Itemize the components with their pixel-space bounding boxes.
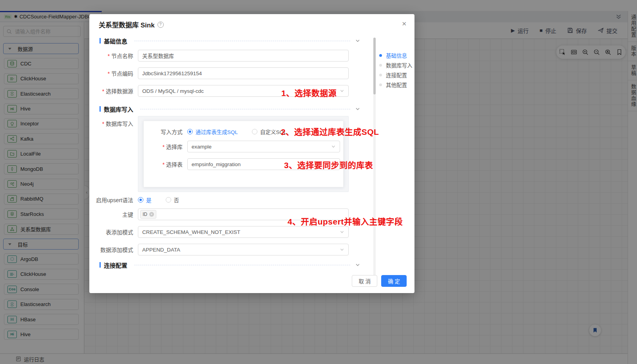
anchor-nav: 基础信息 数据库写入 连接配置 其他配置: [379, 51, 415, 91]
chevron-down-icon[interactable]: [355, 38, 360, 43]
anchor-dot: [379, 74, 382, 76]
annotation-step3: 3、选择要同步到的库表: [284, 159, 373, 170]
annotation-step1: 1、选择数据源: [281, 87, 337, 98]
field-data-add-mode: 数据添加模式 APPEND_DATA: [89, 244, 360, 255]
ok-button[interactable]: 确 定: [381, 275, 407, 287]
node-code-input[interactable]: JdbcSink1729561259154: [138, 67, 349, 79]
field-upsert: 启用upsert语法 是 否: [89, 194, 360, 206]
field-node-name: 节点名称 关系型数据库: [89, 50, 360, 62]
annotation-step2: 2、选择通过库表生成SQL: [281, 125, 379, 137]
anchor-connection[interactable]: 连接配置: [379, 71, 415, 79]
chevron-down-icon: [340, 89, 344, 93]
chevron-down-icon: [331, 144, 336, 149]
chevron-down-icon[interactable]: [355, 262, 360, 268]
annotation-step4: 4、开启upsert并输入主键字段: [288, 215, 403, 227]
section-connection: 连接配置: [100, 261, 360, 269]
modal-scrollbar-thumb[interactable]: [373, 38, 376, 94]
radio-generate-sql[interactable]: [187, 129, 193, 134]
field-table-add-mode: 表添加模式 CREATE_SCHEMA_WHEN_NOT_EXIST: [89, 226, 360, 238]
remove-tag-icon[interactable]: ×: [149, 212, 154, 217]
database-select[interactable]: example: [187, 141, 340, 152]
anchor-other[interactable]: 其他配置: [379, 81, 415, 89]
chevron-down-icon: [340, 230, 344, 234]
field-write-mode: 写入方式 通过库表生成SQL 自定义SQL: [150, 126, 287, 138]
chevron-down-icon[interactable]: [355, 106, 360, 112]
anchor-db-write[interactable]: 数据库写入: [379, 61, 415, 69]
radio-upsert-no[interactable]: [166, 197, 171, 203]
anchor-dot: [379, 83, 382, 86]
anchor-basic-info[interactable]: 基础信息: [379, 51, 415, 59]
data-add-mode-select[interactable]: APPEND_DATA: [138, 244, 349, 255]
app-screen: Rts ✱ CDCSource-FieldMapper-JDBCSink ▶ 运…: [0, 0, 637, 364]
section-db-write: 数据库写入: [100, 105, 360, 113]
anchor-dot: [379, 64, 382, 67]
cancel-button[interactable]: 取 消: [352, 275, 377, 287]
node-name-input[interactable]: 关系型数据库: [138, 50, 349, 62]
dialog-footer: 取 消 确 定: [89, 275, 407, 287]
dialog-title: 关系型数据库 Sink ?: [99, 20, 164, 29]
radio-custom-sql[interactable]: [252, 129, 257, 134]
modal-scrollbar-track[interactable]: [373, 38, 376, 277]
chevron-down-icon: [340, 247, 344, 252]
radio-upsert-yes[interactable]: [138, 197, 143, 203]
table-add-mode-select[interactable]: CREATE_SCHEMA_WHEN_NOT_EXIST: [138, 226, 349, 238]
field-select-db: 选择库 example: [150, 141, 340, 152]
primary-key-tag: ID ×: [140, 210, 156, 219]
field-node-code: 节点编码 JdbcSink1729561259154: [89, 67, 360, 79]
anchor-dot: [379, 54, 382, 57]
close-icon[interactable]: ✕: [402, 20, 407, 27]
section-basic-info: 基础信息: [100, 37, 360, 45]
rdb-sink-dialog: 关系型数据库 Sink ? ✕ 基础信息 节点名称 关系型数据库 节点编码 Jd…: [89, 14, 414, 293]
help-circle-icon[interactable]: ?: [157, 22, 164, 28]
